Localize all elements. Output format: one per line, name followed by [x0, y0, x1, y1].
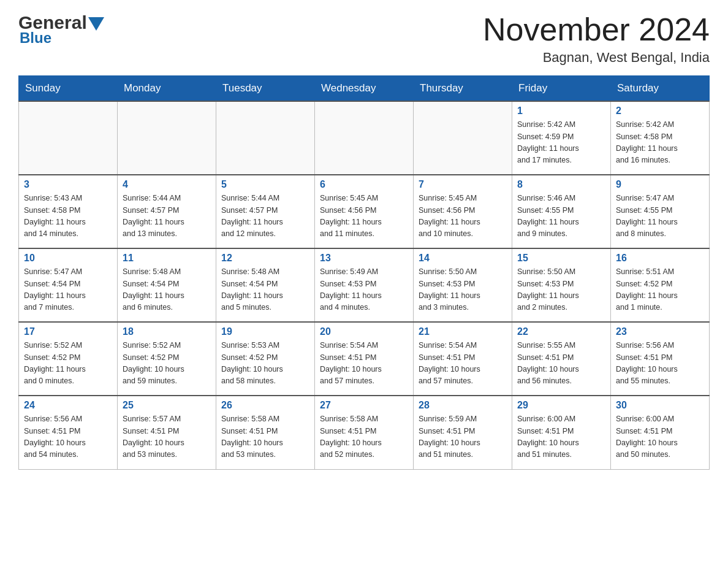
- calendar-cell: 3Sunrise: 5:43 AM Sunset: 4:58 PM Daylig…: [19, 175, 118, 248]
- calendar-cell: 17Sunrise: 5:52 AM Sunset: 4:52 PM Dayli…: [19, 322, 118, 396]
- day-number: 17: [24, 326, 112, 337]
- day-number: 14: [419, 253, 507, 264]
- calendar-cell: 1Sunrise: 5:42 AM Sunset: 4:59 PM Daylig…: [512, 101, 611, 175]
- day-number: 15: [517, 253, 605, 264]
- day-number: 11: [123, 253, 211, 264]
- day-info: Sunrise: 5:44 AM Sunset: 4:57 PM Dayligh…: [123, 193, 211, 240]
- logo: General Blue: [18, 12, 105, 47]
- calendar-cell: 26Sunrise: 5:58 AM Sunset: 4:51 PM Dayli…: [216, 396, 315, 469]
- calendar-cell: [216, 101, 315, 175]
- calendar-cell: 21Sunrise: 5:54 AM Sunset: 4:51 PM Dayli…: [414, 322, 512, 396]
- month-title: November 2024: [483, 12, 710, 47]
- day-info: Sunrise: 5:55 AM Sunset: 4:51 PM Dayligh…: [517, 340, 605, 388]
- title-area: November 2024 Bagnan, West Bengal, India: [483, 12, 710, 66]
- day-info: Sunrise: 5:54 AM Sunset: 4:51 PM Dayligh…: [320, 340, 408, 388]
- day-number: 13: [320, 253, 408, 264]
- day-info: Sunrise: 5:43 AM Sunset: 4:58 PM Dayligh…: [24, 193, 112, 240]
- calendar-cell: 16Sunrise: 5:51 AM Sunset: 4:52 PM Dayli…: [611, 248, 710, 322]
- day-number: 18: [123, 326, 211, 337]
- day-info: Sunrise: 5:47 AM Sunset: 4:55 PM Dayligh…: [616, 193, 704, 240]
- day-info: Sunrise: 6:00 AM Sunset: 4:51 PM Dayligh…: [616, 413, 704, 461]
- logo-text-blue: Blue: [20, 29, 105, 47]
- calendar-cell: 13Sunrise: 5:49 AM Sunset: 4:53 PM Dayli…: [315, 248, 414, 322]
- day-info: Sunrise: 5:52 AM Sunset: 4:52 PM Dayligh…: [123, 340, 211, 388]
- weekday-header-tuesday: Tuesday: [216, 76, 315, 102]
- day-number: 9: [616, 179, 704, 190]
- day-info: Sunrise: 5:52 AM Sunset: 4:52 PM Dayligh…: [24, 340, 112, 388]
- calendar-cell: 28Sunrise: 5:59 AM Sunset: 4:51 PM Dayli…: [414, 396, 512, 469]
- calendar-table: SundayMondayTuesdayWednesdayThursdayFrid…: [18, 75, 710, 470]
- calendar-cell: 4Sunrise: 5:44 AM Sunset: 4:57 PM Daylig…: [118, 175, 216, 248]
- calendar-cell: 10Sunrise: 5:47 AM Sunset: 4:54 PM Dayli…: [19, 248, 118, 322]
- calendar-cell: 9Sunrise: 5:47 AM Sunset: 4:55 PM Daylig…: [611, 175, 710, 248]
- day-info: Sunrise: 5:56 AM Sunset: 4:51 PM Dayligh…: [616, 340, 704, 388]
- day-number: 12: [221, 253, 309, 264]
- day-number: 7: [419, 179, 507, 190]
- day-info: Sunrise: 5:45 AM Sunset: 4:56 PM Dayligh…: [320, 193, 408, 240]
- week-row-3: 10Sunrise: 5:47 AM Sunset: 4:54 PM Dayli…: [19, 248, 710, 322]
- day-number: 24: [24, 400, 112, 411]
- week-row-5: 24Sunrise: 5:56 AM Sunset: 4:51 PM Dayli…: [19, 396, 710, 469]
- calendar-cell: 8Sunrise: 5:46 AM Sunset: 4:55 PM Daylig…: [512, 175, 611, 248]
- calendar-cell: 25Sunrise: 5:57 AM Sunset: 4:51 PM Dayli…: [118, 396, 216, 469]
- day-number: 2: [616, 105, 704, 117]
- day-number: 3: [24, 179, 112, 190]
- day-number: 8: [517, 179, 605, 190]
- calendar-cell: 29Sunrise: 6:00 AM Sunset: 4:51 PM Dayli…: [512, 396, 611, 469]
- weekday-header-sunday: Sunday: [19, 76, 118, 102]
- day-info: Sunrise: 5:57 AM Sunset: 4:51 PM Dayligh…: [123, 413, 211, 461]
- location-title: Bagnan, West Bengal, India: [483, 50, 710, 66]
- day-number: 26: [221, 400, 309, 411]
- day-number: 5: [221, 179, 309, 190]
- logo-triangle-icon: [88, 17, 104, 31]
- day-info: Sunrise: 5:48 AM Sunset: 4:54 PM Dayligh…: [221, 266, 309, 314]
- day-info: Sunrise: 5:58 AM Sunset: 4:51 PM Dayligh…: [221, 413, 309, 461]
- day-number: 10: [24, 253, 112, 264]
- day-info: Sunrise: 5:54 AM Sunset: 4:51 PM Dayligh…: [419, 340, 507, 388]
- calendar-cell: [19, 101, 118, 175]
- day-number: 25: [123, 400, 211, 411]
- week-row-2: 3Sunrise: 5:43 AM Sunset: 4:58 PM Daylig…: [19, 175, 710, 248]
- calendar-cell: 11Sunrise: 5:48 AM Sunset: 4:54 PM Dayli…: [118, 248, 216, 322]
- calendar-cell: [414, 101, 512, 175]
- calendar-cell: 27Sunrise: 5:58 AM Sunset: 4:51 PM Dayli…: [315, 396, 414, 469]
- day-number: 23: [616, 326, 704, 337]
- calendar-cell: 22Sunrise: 5:55 AM Sunset: 4:51 PM Dayli…: [512, 322, 611, 396]
- calendar-cell: 12Sunrise: 5:48 AM Sunset: 4:54 PM Dayli…: [216, 248, 315, 322]
- week-row-4: 17Sunrise: 5:52 AM Sunset: 4:52 PM Dayli…: [19, 322, 710, 396]
- day-info: Sunrise: 6:00 AM Sunset: 4:51 PM Dayligh…: [517, 413, 605, 461]
- day-number: 29: [517, 400, 605, 411]
- day-info: Sunrise: 5:50 AM Sunset: 4:53 PM Dayligh…: [419, 266, 507, 314]
- weekday-header-friday: Friday: [512, 76, 611, 102]
- day-number: 1: [517, 105, 605, 117]
- calendar-cell: 15Sunrise: 5:50 AM Sunset: 4:53 PM Dayli…: [512, 248, 611, 322]
- day-info: Sunrise: 5:53 AM Sunset: 4:52 PM Dayligh…: [221, 340, 309, 388]
- day-info: Sunrise: 5:44 AM Sunset: 4:57 PM Dayligh…: [221, 193, 309, 240]
- calendar-cell: 2Sunrise: 5:42 AM Sunset: 4:58 PM Daylig…: [611, 101, 710, 175]
- calendar-body: 1Sunrise: 5:42 AM Sunset: 4:59 PM Daylig…: [19, 101, 710, 469]
- day-number: 20: [320, 326, 408, 337]
- day-info: Sunrise: 5:49 AM Sunset: 4:53 PM Dayligh…: [320, 266, 408, 314]
- day-number: 30: [616, 400, 704, 411]
- calendar-cell: [315, 101, 414, 175]
- day-info: Sunrise: 5:56 AM Sunset: 4:51 PM Dayligh…: [24, 413, 112, 461]
- calendar-cell: 18Sunrise: 5:52 AM Sunset: 4:52 PM Dayli…: [118, 322, 216, 396]
- day-info: Sunrise: 5:59 AM Sunset: 4:51 PM Dayligh…: [419, 413, 507, 461]
- calendar-cell: 14Sunrise: 5:50 AM Sunset: 4:53 PM Dayli…: [414, 248, 512, 322]
- day-info: Sunrise: 5:51 AM Sunset: 4:52 PM Dayligh…: [616, 266, 704, 314]
- calendar-cell: 20Sunrise: 5:54 AM Sunset: 4:51 PM Dayli…: [315, 322, 414, 396]
- day-info: Sunrise: 5:50 AM Sunset: 4:53 PM Dayligh…: [517, 266, 605, 314]
- day-number: 27: [320, 400, 408, 411]
- calendar-cell: 23Sunrise: 5:56 AM Sunset: 4:51 PM Dayli…: [611, 322, 710, 396]
- day-number: 28: [419, 400, 507, 411]
- day-info: Sunrise: 5:58 AM Sunset: 4:51 PM Dayligh…: [320, 413, 408, 461]
- weekday-header-row: SundayMondayTuesdayWednesdayThursdayFrid…: [19, 76, 710, 102]
- svg-marker-0: [88, 17, 104, 31]
- day-number: 16: [616, 253, 704, 264]
- day-info: Sunrise: 5:48 AM Sunset: 4:54 PM Dayligh…: [123, 266, 211, 314]
- calendar-cell: 7Sunrise: 5:45 AM Sunset: 4:56 PM Daylig…: [414, 175, 512, 248]
- day-number: 19: [221, 326, 309, 337]
- calendar-cell: 5Sunrise: 5:44 AM Sunset: 4:57 PM Daylig…: [216, 175, 315, 248]
- calendar-cell: 6Sunrise: 5:45 AM Sunset: 4:56 PM Daylig…: [315, 175, 414, 248]
- day-info: Sunrise: 5:46 AM Sunset: 4:55 PM Dayligh…: [517, 193, 605, 240]
